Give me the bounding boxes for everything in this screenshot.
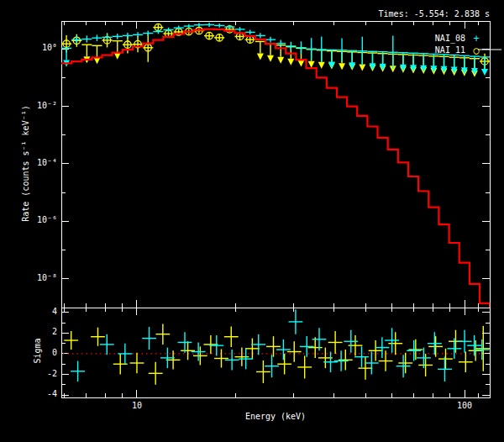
down-arrow-icon (257, 53, 264, 60)
legend-label-nai11: NAI_11 (435, 45, 465, 55)
x-axis-label: Energy (keV) (192, 412, 360, 421)
legend-item-nai11: NAI_11 ○ (435, 45, 482, 56)
model-step-line (61, 29, 490, 308)
down-arrow-icon (114, 53, 121, 60)
sigma-axis-tick-label: 0 (52, 348, 57, 357)
panel-frames (61, 21, 490, 397)
rate-axis-tick-label: 10⁻⁸ (37, 273, 57, 282)
down-arrow-icon (308, 61, 315, 68)
axis-ticks (61, 21, 490, 397)
model-histogram (61, 29, 490, 308)
rate-axis-tick-label: 10⁻² (37, 101, 57, 110)
down-arrow-icon (277, 57, 284, 64)
sigma-series-nai08 (71, 309, 489, 381)
legend-item-nai08: NAI_08 + (435, 33, 482, 45)
down-arrow-icon (339, 63, 345, 70)
plus-marker-icon: + (470, 33, 482, 45)
y-axis-label-rate: Rate (counts s⁻¹ keV⁻¹) (21, 63, 30, 265)
plot-title: Times: -5.554: 2.838 s (379, 9, 490, 18)
down-arrow-icon (287, 59, 294, 66)
down-arrow-icon (328, 61, 335, 68)
down-arrow-icon (318, 62, 325, 69)
down-arrow-icon (267, 55, 274, 62)
sigma-axis-tick-label: 4 (52, 307, 57, 316)
sigma-axis-tick-label: -2 (47, 369, 57, 378)
rate-axis-tick-label: 10⁰ (42, 43, 57, 52)
y-axis-label-sigma: Sigma (33, 318, 42, 385)
down-arrow-icon (481, 69, 488, 76)
spectral-fit-window: Times: -5.554: 2.838 s NAI_08 + NAI_11 ○… (0, 0, 504, 442)
down-arrow-icon (297, 60, 304, 66)
energy-axis-tick-label: 100 (448, 401, 481, 410)
circle-marker-icon: ○ (470, 45, 482, 56)
rate-axis-tick-label: 10⁻⁴ (37, 158, 57, 167)
top-panel-frame (61, 21, 490, 308)
legend-label-nai08: NAI_08 (435, 34, 465, 43)
sigma-axis-tick-label: 2 (52, 327, 57, 336)
energy-axis-tick-label: 10 (120, 401, 154, 410)
sigma-axis-tick-label: -4 (47, 389, 57, 398)
legend: NAI_08 + NAI_11 ○ (435, 33, 482, 56)
rate-axis-tick-label: 10⁻⁶ (37, 215, 57, 224)
spectrum-figure (0, 0, 504, 442)
